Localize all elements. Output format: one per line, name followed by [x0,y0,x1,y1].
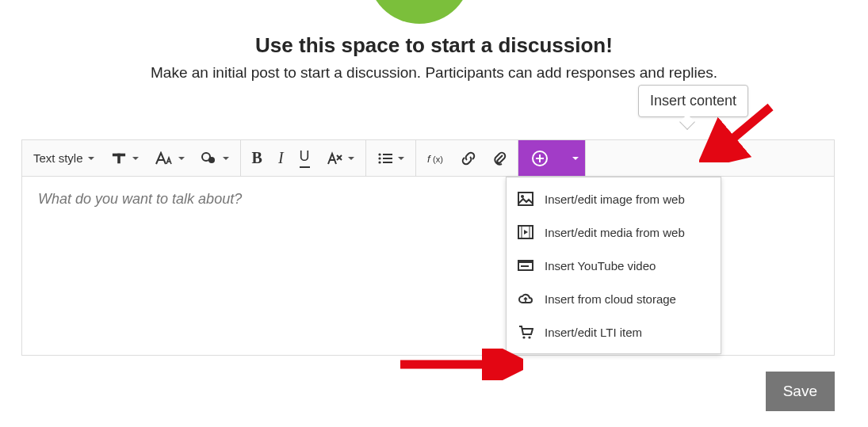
insert-content-tooltip: Insert content [638,85,748,117]
chevron-down-icon [572,157,579,160]
clear-format-dropdown[interactable] [318,140,362,176]
insert-content-dropdown-toggle[interactable] [561,140,585,176]
text-style-label: Text style [33,151,83,165]
svg-point-28 [528,336,530,338]
svg-rect-13 [383,162,392,163]
avatar [368,0,471,24]
link-button[interactable] [453,140,484,176]
svg-point-10 [378,157,380,159]
bold-button[interactable]: B [244,140,270,176]
toolbar-group-insert: f (x) [416,140,518,176]
font-family-dropdown[interactable] [102,140,147,176]
clear-format-icon [326,151,343,166]
font-size-icon [155,151,174,166]
plus-circle-icon [531,150,549,167]
insert-content-button[interactable] [518,140,561,176]
toolbar-group-plus [518,140,586,176]
text-style-dropdown[interactable]: Text style [25,140,102,176]
attachment-button[interactable] [484,140,514,176]
cart-icon [518,325,533,339]
svg-point-27 [522,336,525,338]
svg-text:(x): (x) [433,154,443,164]
underline-icon: U [300,148,310,168]
dropdown-item-label: Insert/edit media from web [545,226,685,239]
insert-content-dropdown: Insert/edit image from web Insert/edit m… [506,177,721,354]
math-icon: f (x) [427,152,445,165]
save-button[interactable]: Save [766,372,835,411]
list-icon [377,152,393,165]
dropdown-item-label: Insert/edit image from web [545,193,685,206]
chevron-down-icon [132,157,139,160]
toolbar-group-text: Text style [22,140,241,176]
dropdown-item-lti-item[interactable]: Insert/edit LTI item [507,315,721,349]
chevron-down-icon [223,157,229,160]
svg-point-20 [521,195,524,198]
paperclip-icon [492,151,507,166]
svg-rect-11 [383,158,392,159]
dropdown-item-label: Insert YouTube video [545,259,656,273]
image-icon [518,192,533,206]
svg-point-5 [208,157,215,163]
dropdown-item-label: Insert from cloud storage [545,292,676,306]
toolbar: Text style [22,140,834,177]
dropdown-item-label: Insert/edit LTI item [545,326,642,339]
cloud-icon [518,292,533,306]
svg-point-12 [378,161,380,163]
youtube-icon [518,258,533,273]
chevron-down-icon [88,157,94,160]
dropdown-item-cloud-storage[interactable]: Insert from cloud storage [507,282,721,315]
svg-rect-3 [117,153,120,163]
svg-rect-19 [518,193,533,205]
svg-rect-25 [518,261,533,263]
dropdown-item-youtube[interactable]: Insert YouTube video [507,249,721,282]
dropdown-item-image-from-web[interactable]: Insert/edit image from web [507,182,721,215]
text-color-icon [201,151,218,166]
svg-rect-26 [521,265,529,267]
chevron-down-icon [348,157,354,160]
font-family-icon [110,151,128,166]
page-title: Use this space to start a discussion! [0,33,868,58]
media-icon [518,225,533,239]
italic-button[interactable]: I [270,140,292,176]
link-icon [461,151,476,166]
svg-point-8 [378,153,380,155]
dropdown-item-media-from-web[interactable]: Insert/edit media from web [507,215,721,249]
font-size-dropdown[interactable] [147,140,193,176]
toolbar-group-list [366,140,416,176]
chevron-down-icon [178,157,185,160]
list-dropdown[interactable] [369,140,412,176]
underline-button[interactable]: U [292,140,318,176]
chevron-down-icon [398,157,404,160]
toolbar-group-format: B I U [241,140,366,176]
page-subtitle: Make an initial post to start a discussi… [0,62,868,84]
toolbar-spacer [586,140,834,176]
math-button[interactable]: f (x) [419,140,453,176]
text-color-dropdown[interactable] [193,140,237,176]
svg-text:f: f [427,153,431,165]
svg-rect-9 [383,154,392,155]
